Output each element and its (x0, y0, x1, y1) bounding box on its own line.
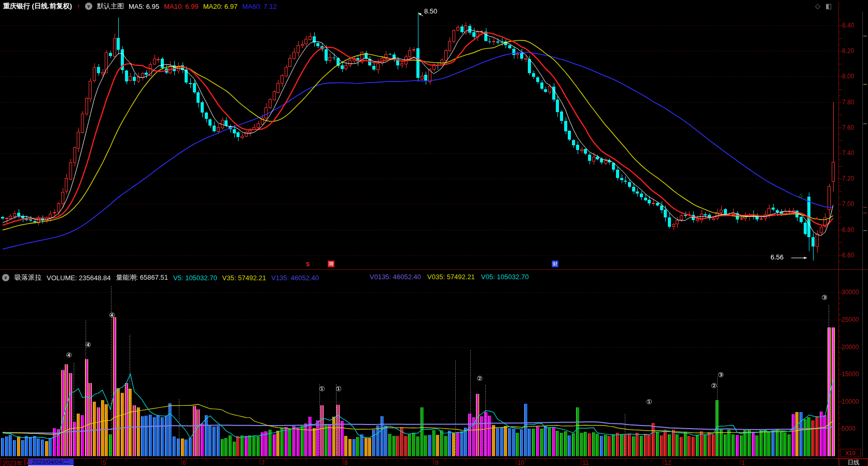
circled-number-annotation: ④ (109, 311, 115, 319)
date-box[interactable]: 2023/04/04/二 (28, 459, 74, 466)
volume-multiplier-badge: X10 (840, 449, 861, 457)
circled-number-annotation: ① (335, 385, 342, 393)
event-marker-cai[interactable]: 财 (552, 261, 558, 267)
chevron-down-icon[interactable]: ∨ (2, 274, 9, 281)
month-axis-label: 5 (103, 459, 106, 466)
trade-signal-icon: △ (799, 193, 803, 198)
price-axis-label: 8.40 (842, 22, 854, 29)
price-callout-low: 6.56 (771, 253, 783, 261)
volume-axis-label: 30000 (842, 289, 859, 296)
kline-volume-chart-canvas[interactable] (0, 0, 868, 466)
month-axis-label: 7 (261, 459, 265, 466)
price-callout-high: 8.50 (424, 7, 437, 15)
up-arrow-icon: ↑ (77, 2, 80, 10)
volume-axis-label: 10000 (842, 398, 859, 405)
v05-value: V05: 105032.70 (481, 273, 529, 281)
month-axis-label: 8 (344, 459, 348, 466)
price-axis-label: 8.20 (842, 47, 854, 54)
header-window-icons: ◇ ◧ (815, 2, 832, 10)
ma10-value: MA10: 6.99 (164, 3, 199, 10)
price-axis-label: 7.80 (842, 99, 854, 106)
month-axis-label: 11 (582, 459, 589, 466)
price-axis-label: 8.00 (842, 73, 854, 80)
month-axis-label: 10 (517, 459, 524, 466)
trade-signal-icon: ▲ (815, 215, 819, 221)
period-selector[interactable]: 日线 (839, 459, 868, 466)
volume-axis-label: 25000 (842, 316, 859, 323)
diamond-icon[interactable]: ◇ (815, 2, 820, 10)
v35-value: V35: 57492.21 (222, 274, 267, 282)
split-window-icon[interactable]: ◧ (825, 2, 832, 10)
v135-value: V135: 46052.40 (271, 274, 319, 282)
circled-number-annotation: ① (319, 385, 325, 393)
circled-number-annotation: ④ (66, 351, 72, 359)
volume-axis-label: 20000 (842, 344, 859, 351)
main-chart-header: 重庆银行 (日线.前复权) ↑ ∨ 默认主图 MA5: 6.95 MA10: 6… (3, 2, 277, 11)
ma20-value: MA20: 6.97 (203, 3, 238, 10)
sell-signal-marker: S (306, 261, 310, 267)
circled-number-annotation: ③ (718, 371, 724, 379)
v035-value: V035: 57492.21 (427, 273, 475, 281)
month-axis-label: 9 (435, 459, 439, 466)
v5-value: V5: 105032.70 (173, 274, 217, 282)
price-axis-label: 7.60 (842, 124, 854, 131)
year-label: 2023年 (3, 459, 23, 466)
month-axis-label: 4 (26, 459, 30, 466)
month-axis-label: 12 (664, 459, 671, 466)
energy-tide-value: 量能潮: 65867.51 (116, 273, 168, 282)
price-axis-label: 7.20 (842, 175, 854, 182)
volume-axis-label: 5000 (842, 425, 856, 432)
stock-title: 重庆银行 (日线.前复权) (3, 2, 72, 11)
circled-number-annotation: ① (646, 398, 652, 406)
price-axis-label: 6.60 (842, 252, 854, 259)
circled-number-annotation: ② (477, 375, 483, 382)
volume-axis-label: 15000 (842, 371, 859, 378)
indicator-name[interactable]: 吸落派拉 (15, 273, 41, 282)
ma5-value: MA5: 6.95 (129, 3, 159, 10)
price-axis-label: 7.40 (842, 149, 854, 157)
price-axis-label: 6.80 (842, 226, 854, 234)
ma60-value: MA60: 7.12 (242, 3, 277, 10)
v0135-value: V0135: 46052.40 (370, 273, 421, 281)
event-marker-zeng[interactable]: 增 (328, 261, 334, 267)
month-axis-label: 1 (741, 459, 745, 466)
trading-app-window: 重庆银行 (日线.前复权) ↑ ∨ 默认主图 MA5: 6.95 MA10: 6… (0, 0, 868, 466)
month-axis-label: 6 (183, 459, 186, 466)
volume-value: VOLUME: 235648.84 (47, 274, 111, 282)
price-axis-label: 7.00 (842, 200, 854, 208)
circled-number-annotation: ② (711, 382, 717, 390)
circled-number-annotation: ③ (821, 294, 828, 301)
volume-pane-header: ∨ 吸落派拉 VOLUME: 235648.84 量能潮: 65867.51 V… (0, 269, 868, 284)
panel-label[interactable]: 默认主图 (97, 2, 124, 11)
chevron-down-icon[interactable]: ∨ (85, 3, 92, 10)
circled-number-annotation: ④ (85, 341, 91, 349)
